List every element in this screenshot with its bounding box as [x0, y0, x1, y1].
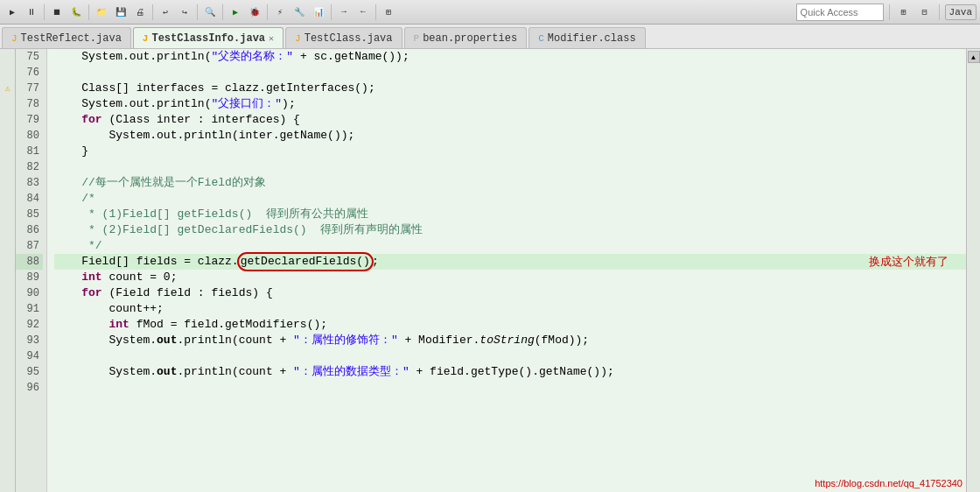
line-numbers: 75 76 77 78 79 80 81 82 83 84 85 86 87 8…	[16, 49, 47, 492]
toolbar-separator-10	[939, 4, 940, 20]
toolbar-separator-8	[375, 4, 376, 20]
toolbar-btn-1[interactable]: ▶	[4, 4, 21, 21]
gutter-83	[0, 175, 15, 191]
gutter-76	[0, 65, 15, 81]
toolbar-btn-17[interactable]: ⊞	[895, 4, 913, 21]
code-text-78: System.out.println("父接口们：");	[54, 96, 296, 112]
code-line-85: * (1)Field[] getFields() 得到所有公共的属性	[54, 207, 966, 222]
gutter-75	[0, 49, 15, 65]
toolbar-separator-2	[88, 4, 89, 20]
line-num-94: 94	[16, 348, 43, 364]
toolbar-btn-9[interactable]: ↪	[176, 4, 193, 21]
toolbar-btn-6[interactable]: 💾	[112, 4, 130, 21]
line-num-92: 92	[16, 317, 43, 333]
toolbar: ▶ ⏸ ⏹ 🐛 📁 💾 🖨 ↩ ↪ 🔍 ▶ 🐞 ⚡ 🔧 📊 → ← ⊞ ⊞ ⊟ …	[0, 0, 980, 25]
code-text-92: int fMod = field.getModifiers();	[54, 317, 327, 333]
code-line-82	[54, 159, 966, 175]
tab-label-modifier-class: Modifier.class	[548, 32, 636, 45]
gutter-88	[0, 254, 15, 270]
tab-test-class[interactable]: J TestClass.java	[285, 27, 402, 48]
code-area[interactable]: System.out.println("父类的名称：" + sc.getName…	[47, 49, 966, 492]
right-scrollbar[interactable]: ▲	[966, 49, 980, 492]
toolbar-btn-8[interactable]: ↩	[157, 4, 174, 21]
tab-icon-modifier-class: C	[538, 33, 544, 44]
gutter-85	[0, 207, 15, 222]
toolbar-separator-6	[267, 4, 268, 20]
line-num-78: 78	[16, 96, 43, 112]
tab-modifier-class[interactable]: C Modifier.class	[528, 27, 645, 48]
tab-bean-properties[interactable]: P bean.properties	[404, 27, 528, 48]
toolbar-btn-5[interactable]: 📁	[93, 4, 110, 21]
line-num-96: 96	[16, 380, 43, 396]
toolbar-btn-11[interactable]: ⚡	[271, 4, 289, 21]
gutter-87	[0, 238, 15, 254]
gutter-94	[0, 348, 15, 364]
toolbar-separator-5	[222, 4, 223, 20]
line-num-79: 79	[16, 112, 43, 128]
toolbar-btn-debug[interactable]: 🐞	[246, 4, 263, 21]
line-num-90: 90	[16, 285, 43, 301]
gutter-89	[0, 270, 15, 285]
code-text-80: System.out.println(inter.getName());	[54, 128, 354, 144]
quick-access-input[interactable]	[796, 4, 884, 21]
line-num-95: 95	[16, 364, 43, 380]
code-text-88: Field[] fields = clazz.getDeclaredFields…	[54, 252, 379, 271]
code-line-93: System.out.println(count + "：属性的修饰符：" + …	[54, 333, 966, 348]
code-line-75: System.out.println("父类的名称：" + sc.getName…	[54, 49, 966, 65]
toolbar-btn-14[interactable]: →	[335, 4, 353, 21]
tab-test-class-info[interactable]: J TestClassInfo.java ✕	[133, 27, 284, 48]
line-num-76: 76	[16, 65, 43, 81]
gutter-86	[0, 222, 15, 238]
code-line-95: System.out.println(count + "：属性的数据类型：" +…	[54, 364, 966, 380]
code-line-76	[54, 65, 966, 81]
toolbar-btn-16[interactable]: ⊞	[380, 4, 397, 21]
toolbar-btn-3[interactable]: ⏹	[48, 4, 66, 21]
perspective-java-btn[interactable]: Java	[945, 4, 976, 20]
tab-label-test-class-info: TestClassInfo.java	[151, 32, 265, 45]
gutter-81	[0, 144, 15, 159]
code-line-96	[54, 380, 966, 396]
scroll-up-arrow[interactable]: ▲	[968, 51, 980, 63]
code-text-83: //每一个属性就是一个Field的对象	[54, 175, 266, 191]
code-text-79: for (Class inter : interfaces) {	[54, 112, 300, 128]
toolbar-btn-15[interactable]: ←	[354, 4, 372, 21]
code-line-88: Field[] fields = clazz.getDeclaredFields…	[54, 254, 966, 270]
gutter-82	[0, 159, 15, 175]
gutter-84	[0, 191, 15, 207]
line-num-87: 87	[16, 238, 43, 254]
toolbar-btn-12[interactable]: 🔧	[290, 4, 308, 21]
line-num-85: 85	[16, 207, 43, 222]
code-line-77: Class[] interfaces = clazz.getInterfaces…	[54, 81, 966, 96]
code-text-75: System.out.println("父类的名称：" + sc.getName…	[54, 49, 410, 65]
line-num-81: 81	[16, 144, 43, 159]
editor-container: ⚠ 75 76 77 78 79 80 81 82 83 84 85 86 87	[0, 49, 980, 492]
gutter-80	[0, 128, 15, 144]
line-num-77: 77	[16, 81, 43, 96]
gutter-95	[0, 364, 15, 380]
code-text-84: /*	[54, 191, 95, 207]
toolbar-btn-18[interactable]: ⊟	[916, 4, 934, 21]
code-line-84: /*	[54, 191, 966, 207]
toolbar-btn-10[interactable]: 🔍	[201, 4, 219, 21]
gutter-78	[0, 96, 15, 112]
watermark: https://blog.csdn.net/qq_41752340	[815, 478, 962, 488]
code-text-95: System.out.println(count + "：属性的数据类型：" +…	[54, 364, 614, 380]
code-text-91: count++;	[54, 301, 164, 317]
toolbar-btn-2[interactable]: ⏸	[23, 4, 40, 21]
code-line-86: * (2)Field[] getDeclaredFields() 得到所有声明的…	[54, 222, 966, 238]
code-text-81: }	[54, 144, 88, 159]
tab-test-reflect[interactable]: J TestReflect.java	[2, 27, 131, 48]
toolbar-separator-1	[44, 4, 45, 20]
left-gutter: ⚠	[0, 49, 16, 492]
code-text-85: * (1)Field[] getFields() 得到所有公共的属性	[54, 207, 368, 222]
tab-label-test-reflect: TestReflect.java	[21, 32, 122, 45]
line-num-80: 80	[16, 128, 43, 144]
toolbar-btn-run[interactable]: ▶	[227, 4, 244, 21]
toolbar-btn-7[interactable]: 🖨	[131, 4, 149, 21]
toolbar-btn-13[interactable]: 📊	[310, 4, 327, 21]
toolbar-btn-4[interactable]: 🐛	[67, 4, 85, 21]
toolbar-separator-7	[331, 4, 332, 20]
tab-close-test-class-info[interactable]: ✕	[269, 33, 274, 44]
tab-icon-test-class-info: J	[143, 33, 149, 44]
gutter-91	[0, 301, 15, 317]
